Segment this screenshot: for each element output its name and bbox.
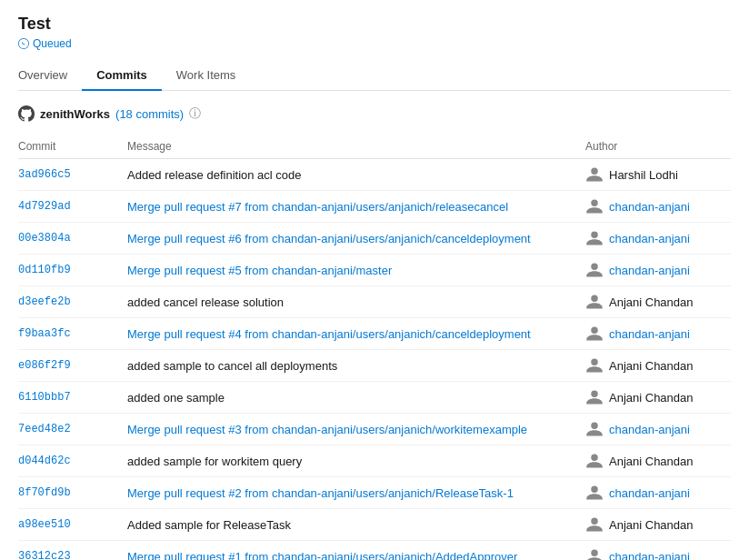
author-cell: chandan-anjani: [585, 325, 731, 343]
commit-message[interactable]: Merge pull request #7 from chandan-anjan…: [127, 200, 585, 214]
commit-message[interactable]: Merge pull request #5 from chandan-anjan…: [127, 264, 585, 277]
avatar-icon: [585, 547, 604, 560]
tab-commits[interactable]: Commits: [82, 61, 162, 91]
table-row: 0d110fb9 Merge pull request #5 from chan…: [18, 255, 731, 286]
avatar-icon: [585, 229, 604, 247]
author-cell: Anjani Chandan: [585, 515, 731, 534]
commit-id[interactable]: d044d62c: [18, 455, 127, 467]
commit-id[interactable]: 7eed48e2: [18, 423, 127, 435]
author-name[interactable]: chandan-anjani: [609, 327, 690, 341]
author-cell: chandan-anjani: [585, 420, 731, 438]
author-cell: chandan-anjani: [585, 484, 731, 502]
author-cell: Harshil Lodhi: [585, 165, 731, 184]
avatar-icon: [585, 197, 604, 215]
author-name[interactable]: chandan-anjani: [609, 423, 690, 436]
tab-workitems[interactable]: Work Items: [162, 61, 251, 91]
table-row: 7eed48e2 Merge pull request #3 from chan…: [18, 414, 731, 445]
commit-message: added sample for workitem query: [127, 455, 585, 468]
github-icon: [18, 105, 35, 122]
commit-message: added sample to cancel all deployments: [127, 359, 585, 373]
author-name[interactable]: chandan-anjani: [609, 486, 690, 500]
commit-message[interactable]: Merge pull request #3 from chandan-anjan…: [127, 423, 585, 436]
table-row: a98ee510 Added sample for ReleaseTask An…: [18, 509, 731, 541]
commits-table: 3ad966c5 Added release definition acl co…: [18, 159, 731, 560]
table-row: f9baa3fc Merge pull request #4 from chan…: [18, 318, 731, 350]
status-label: Queued: [33, 37, 72, 50]
queued-icon: [18, 38, 29, 49]
author-name: Anjani Chandan: [609, 455, 694, 468]
author-cell: Anjani Chandan: [585, 293, 731, 311]
header-message: Message: [127, 140, 585, 153]
table-row: 8f70fd9b Merge pull request #2 from chan…: [18, 477, 731, 509]
tab-bar: Overview Commits Work Items: [18, 61, 731, 91]
commit-id[interactable]: d3eefe2b: [18, 295, 127, 308]
commit-message: Added sample for ReleaseTask: [127, 518, 585, 532]
avatar-icon: [585, 388, 604, 406]
author-name[interactable]: chandan-anjani: [609, 550, 690, 561]
status-badge: Queued: [18, 37, 72, 50]
table-row: 6110bbb7 added one sample Anjani Chandan: [18, 382, 731, 414]
commit-id[interactable]: 36312c23: [18, 550, 127, 560]
commit-id[interactable]: a98ee510: [18, 518, 127, 531]
avatar-icon: [585, 452, 604, 470]
commit-message[interactable]: Merge pull request #6 from chandan-anjan…: [127, 232, 585, 245]
commit-message[interactable]: Merge pull request #2 from chandan-anjan…: [127, 486, 585, 500]
commit-id[interactable]: 0d110fb9: [18, 264, 127, 276]
author-name: Anjani Chandan: [609, 359, 694, 373]
table-row: d3eefe2b added cancel release solution A…: [18, 286, 731, 318]
table-row: 3ad966c5 Added release definition acl co…: [18, 159, 731, 191]
author-name[interactable]: chandan-anjani: [609, 232, 690, 245]
header-commit: Commit: [18, 140, 127, 153]
commit-id[interactable]: 3ad966c5: [18, 168, 127, 181]
author-cell: Anjani Chandan: [585, 452, 731, 470]
commit-message: added cancel release solution: [127, 295, 585, 309]
avatar-icon: [585, 325, 604, 343]
repo-name: zenithWorks: [40, 107, 110, 121]
author-cell: chandan-anjani: [585, 229, 731, 247]
avatar-icon: [585, 261, 604, 279]
author-name: Harshil Lodhi: [609, 168, 678, 182]
commit-message: Added release definition acl code: [127, 168, 585, 182]
repo-header: zenithWorks (18 commits) ⓘ: [18, 105, 731, 122]
avatar-icon: [585, 420, 604, 438]
table-row: 4d7929ad Merge pull request #7 from chan…: [18, 191, 731, 223]
author-name: Anjani Chandan: [609, 295, 694, 309]
commit-id[interactable]: e086f2f9: [18, 359, 127, 372]
avatar-icon: [585, 165, 604, 184]
table-row: 36312c23 Merge pull request #1 from chan…: [18, 541, 731, 560]
table-row: e086f2f9 added sample to cancel all depl…: [18, 350, 731, 382]
author-name: Anjani Chandan: [609, 518, 694, 532]
table-header: Commit Message Author: [18, 135, 731, 159]
commit-id[interactable]: 8f70fd9b: [18, 486, 127, 499]
commit-message[interactable]: Merge pull request #4 from chandan-anjan…: [127, 327, 585, 341]
commit-message: added one sample: [127, 391, 585, 405]
table-row: 00e3804a Merge pull request #6 from chan…: [18, 223, 731, 255]
author-cell: chandan-anjani: [585, 261, 731, 279]
avatar-icon: [585, 293, 604, 311]
info-icon[interactable]: ⓘ: [189, 105, 201, 122]
commit-id[interactable]: 4d7929ad: [18, 200, 127, 213]
author-name: Anjani Chandan: [609, 391, 694, 405]
table-row: d044d62c added sample for workitem query…: [18, 445, 731, 477]
author-cell: Anjani Chandan: [585, 356, 731, 375]
tab-overview[interactable]: Overview: [18, 61, 82, 91]
header-author: Author: [585, 140, 731, 153]
avatar-icon: [585, 356, 604, 375]
commit-id[interactable]: 00e3804a: [18, 232, 127, 245]
author-name[interactable]: chandan-anjani: [609, 264, 690, 277]
page-title: Test: [18, 15, 731, 34]
repo-commits-count[interactable]: (18 commits): [115, 107, 184, 121]
avatar-icon: [585, 484, 604, 502]
avatar-icon: [585, 515, 604, 534]
author-cell: chandan-anjani: [585, 197, 731, 215]
author-name[interactable]: chandan-anjani: [609, 200, 690, 214]
commit-id[interactable]: f9baa3fc: [18, 327, 127, 340]
commit-message[interactable]: Merge pull request #1 from chandan-anjan…: [127, 550, 585, 561]
author-cell: Anjani Chandan: [585, 388, 731, 406]
commit-id[interactable]: 6110bbb7: [18, 391, 127, 404]
author-cell: chandan-anjani: [585, 547, 731, 560]
